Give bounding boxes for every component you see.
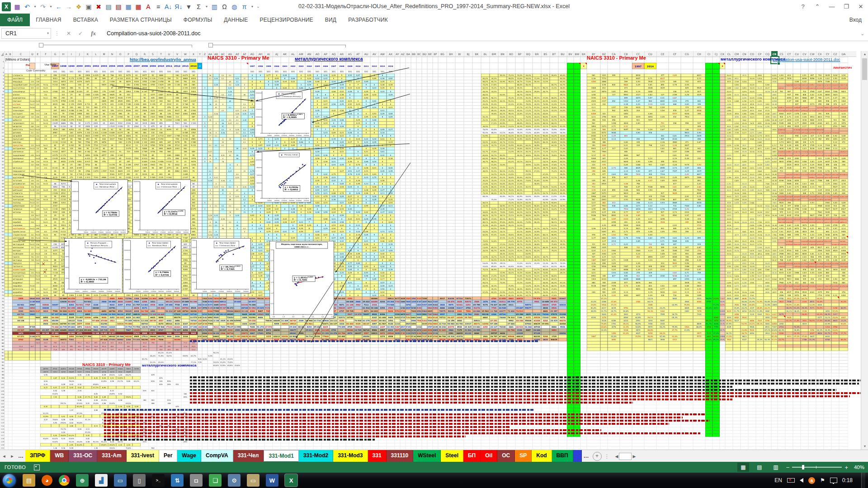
taskbar-chrome-icon[interactable] (59, 475, 70, 486)
zoom-in-button[interactable]: + (844, 464, 848, 471)
autosum-dropdown-icon[interactable]: ▾ (205, 0, 208, 14)
clock[interactable]: 0:18 (842, 477, 853, 483)
save-icon[interactable]: ▦ (14, 0, 21, 14)
horizontal-scroll-thumb[interactable] (619, 453, 632, 460)
sheet-tab-Wage[interactable]: Wage (177, 450, 201, 462)
delete-cells-icon[interactable]: ✖ (95, 0, 102, 14)
insert-cells-icon[interactable]: ▤ (105, 0, 112, 14)
normal-view-button[interactable]: ▦ (737, 463, 749, 472)
taskbar-display-app-icon[interactable]: ▭ (114, 474, 127, 487)
ribbon-tab-данные[interactable]: ДАННЫЕ (218, 14, 254, 26)
chart-primary-metals-power[interactable] (255, 89, 311, 137)
sheet-tab-331-Mod2[interactable]: 331-Mod2 (299, 450, 333, 462)
macro-record-icon[interactable] (34, 465, 40, 470)
hscroll-left-icon[interactable]: ◀ (615, 454, 618, 459)
sheet-tab-331-Am[interactable]: 331-Am (97, 450, 126, 462)
minimize-button[interactable]: — (826, 1, 838, 12)
taskbar-firefox-icon[interactable]: ◕ (42, 475, 52, 486)
sheet-tab-CompVA[interactable]: CompVA (201, 450, 233, 462)
selection-fill-handle[interactable] (777, 62, 780, 65)
sheet-nav-next-icon[interactable]: ▸ (8, 450, 16, 462)
name-box[interactable]: CR1▾ (1, 28, 51, 39)
taskbar-server-app-icon[interactable]: ▯ (133, 474, 146, 487)
sheet-tab-ВВП[interactable]: ВВП (552, 450, 573, 462)
ribbon-display-button[interactable]: ⌃ (811, 1, 824, 12)
ribbon-tab-разработчик[interactable]: РАЗРАБОТЧИК (342, 14, 394, 26)
pi-dropdown-icon[interactable]: ▾ (250, 0, 254, 14)
font-color-icon[interactable]: A (145, 0, 152, 14)
formula-bar-expand-icon[interactable]: ⌄ (861, 31, 864, 36)
taskbar-excel-icon[interactable]: X (285, 474, 297, 487)
sheet-tab-331-Чел[interactable]: 331-Чел (233, 450, 264, 462)
sheet-nav-prev-icon[interactable]: ◂ (0, 450, 8, 462)
cancel-icon[interactable]: ✕ (66, 30, 71, 37)
sheet-tab-331-Mod3[interactable]: 331-Mod3 (333, 450, 368, 462)
undo-dropdown-icon[interactable]: ▾ (33, 0, 37, 14)
ribbon-tab-рецензирование[interactable]: РЕЦЕНЗИРОВАНИЕ (254, 14, 319, 26)
delete-table-icon[interactable]: ▦ (135, 0, 142, 14)
action-center-flag-icon[interactable]: ⚑ (820, 477, 825, 483)
taskbar-word-icon[interactable]: W (266, 474, 278, 487)
align-justify-icon[interactable]: ≡ (155, 0, 162, 14)
app-logo-icon[interactable]: X (2, 2, 11, 11)
chart-total-intermediate-linear[interactable] (71, 179, 128, 234)
sheet-tab-WSteel[interactable]: WSteel (413, 450, 441, 462)
omega-icon[interactable]: Ω (221, 0, 228, 14)
delete-rows-icon[interactable]: ▤ (115, 0, 122, 14)
sheet-tab-Per[interactable]: Per (159, 450, 177, 462)
ribbon-tab-главная[interactable]: ГЛАВНАЯ (30, 14, 67, 26)
sheet-overflow-right[interactable]: … (582, 450, 591, 462)
sheet-tab-331110[interactable]: 331110 (387, 450, 414, 462)
sheet-tab-ОС[interactable]: ОС (497, 450, 515, 462)
taskbar-printer-app-icon[interactable]: ▭ (247, 474, 259, 487)
show-desktop-button[interactable] (861, 473, 865, 488)
taskbar-explorer-icon[interactable]: ▤ (23, 474, 35, 487)
sheet-tab-Oil[interactable]: Oil (481, 450, 497, 462)
close-button[interactable]: ✕ (854, 1, 867, 12)
sort-ascending-icon[interactable]: А↓ (165, 0, 172, 14)
ribbon-tab-вставка[interactable]: ВСТАВКА (67, 14, 104, 26)
paste-special-icon[interactable]: ▣ (85, 0, 92, 14)
language-indicator[interactable]: EN (774, 477, 782, 483)
enter-icon[interactable]: ✓ (78, 30, 83, 37)
taskbar-vpn-app-icon[interactable]: ◘ (190, 474, 203, 487)
formula-input[interactable]: Compilation-usa-suiot-2008-2011.doc (107, 30, 201, 37)
taskbar-monitors-app-icon[interactable]: ❏ (209, 474, 222, 487)
chart-total-intermediate-power[interactable] (132, 179, 191, 234)
zoom-out-button[interactable]: − (786, 464, 790, 471)
sheet-tab-331-ОС[interactable]: 331-ОС (69, 450, 97, 462)
chart-multiplier-model[interactable] (269, 241, 334, 319)
scroll-down-icon[interactable]: ▼ (861, 443, 868, 450)
zoom-slider[interactable] (792, 467, 842, 468)
horizontal-scrollbar[interactable]: ◀▶ (615, 453, 636, 460)
battery-warning-icon[interactable] (787, 478, 795, 483)
insert-function-icon[interactable]: fx (91, 30, 96, 37)
zoom-slider-thumb[interactable] (802, 465, 804, 469)
network-display-icon[interactable] (830, 478, 837, 483)
insert-table-icon[interactable]: ▦ (125, 0, 132, 14)
sheet-tab-Steel[interactable]: Steel (441, 450, 463, 462)
redo-dropdown-icon[interactable]: ▾ (49, 0, 52, 14)
undo-icon[interactable]: ↶ (24, 0, 31, 14)
restore-button[interactable]: ❐ (840, 1, 853, 12)
filter-icon[interactable]: ▼ (185, 0, 192, 14)
pi-icon[interactable]: π (241, 0, 248, 14)
help-button[interactable]: ? (797, 1, 809, 12)
back-icon[interactable]: ← (55, 0, 62, 14)
bea-hyperlink[interactable]: http://bea.gov/industry/io_annua (130, 57, 196, 62)
ribbon-tab-разметка-страницы[interactable]: РАЗМЕТКА СТРАНИЦЫ (104, 14, 178, 26)
taskbar-terminal-icon[interactable]: >_ (152, 474, 165, 487)
sheet-tab-WB[interactable]: WB (50, 450, 69, 462)
chart-persons-engaged[interactable] (64, 238, 123, 293)
sheet-tab-331[interactable]: 331 (368, 450, 387, 462)
sheet-tab-331-Mod1[interactable]: 331-Mod1 (264, 450, 298, 462)
sheet-tab-ЗПРФ[interactable]: ЗПРФ (25, 450, 50, 462)
ribbon-tab-формулы[interactable]: ФОРМУЛЫ (178, 14, 218, 26)
cr1-hyperlink[interactable]: Compilation-usa-suiot-2008-2011.doc (773, 58, 840, 62)
zoom-level[interactable]: 40% (851, 465, 864, 470)
volume-icon[interactable] (800, 478, 803, 483)
chart-total-value-added-power[interactable] (191, 238, 251, 293)
avast-icon[interactable]: a (808, 477, 815, 484)
sheet-tab-SP[interactable]: SP (515, 450, 532, 462)
hyperlink-globe-icon[interactable]: ◍ (231, 0, 238, 14)
